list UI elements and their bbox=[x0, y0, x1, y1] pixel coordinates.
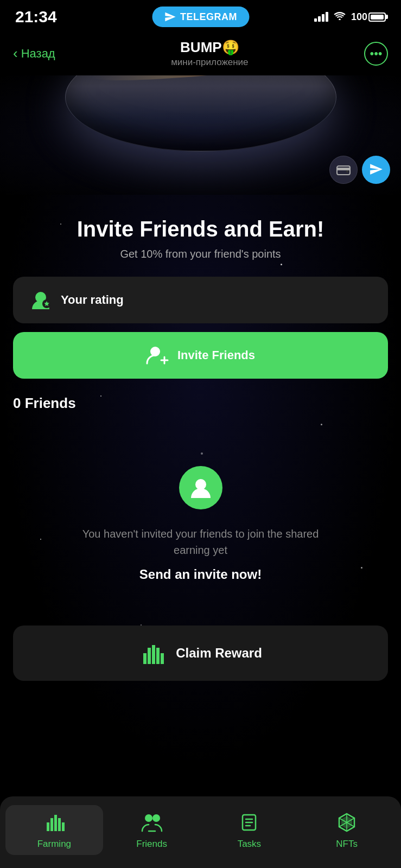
farming-nav-label: Farming bbox=[37, 839, 71, 850]
main-content: Invite Friends and Earn! Get 10% from yo… bbox=[0, 195, 401, 768]
action-buttons: Your rating Invite Friends bbox=[11, 277, 390, 379]
app-subtitle: мини-приложение bbox=[171, 57, 248, 68]
svg-point-3 bbox=[346, 170, 348, 173]
friends-nav-label: Friends bbox=[136, 839, 167, 850]
more-dots-icon: ••• bbox=[370, 47, 382, 61]
telegram-float-button[interactable] bbox=[362, 156, 390, 184]
claim-reward-label: Claim Reward bbox=[176, 646, 262, 661]
back-label: Назад bbox=[21, 47, 55, 61]
farming-nav-icon bbox=[42, 810, 66, 834]
svg-point-21 bbox=[152, 814, 160, 822]
empty-state: You haven't invited your friends to join… bbox=[11, 423, 390, 615]
telegram-plane-icon bbox=[164, 11, 176, 23]
svg-rect-17 bbox=[54, 815, 57, 831]
more-options-button[interactable]: ••• bbox=[364, 42, 388, 66]
main-heading: Invite Friends and Earn! bbox=[22, 216, 379, 241]
svg-rect-14 bbox=[161, 653, 164, 664]
app-name: BUMP🤑 bbox=[171, 39, 248, 56]
claim-reward-button[interactable]: Claim Reward bbox=[13, 626, 388, 681]
empty-message: You haven't invited your friends to join… bbox=[65, 526, 336, 558]
bump-logo-icon bbox=[139, 640, 166, 667]
invite-friends-button[interactable]: Invite Friends bbox=[13, 332, 388, 379]
tasks-nav-label: Tasks bbox=[238, 839, 261, 850]
empty-avatar bbox=[179, 466, 222, 509]
friends-count: 0 Friends bbox=[11, 379, 390, 423]
sub-heading: Get 10% from your friend's points bbox=[22, 248, 379, 260]
telegram-pill: TELEGRAM bbox=[152, 7, 249, 27]
invite-label: Invite Friends bbox=[177, 348, 255, 362]
nfts-nav-label: NFTs bbox=[336, 839, 358, 850]
back-chevron-icon: ‹ bbox=[13, 45, 18, 62]
nav-item-farming[interactable]: Farming bbox=[5, 805, 103, 855]
nav-item-tasks[interactable]: Tasks bbox=[201, 805, 298, 855]
svg-rect-18 bbox=[58, 818, 61, 831]
battery-icon bbox=[368, 12, 386, 22]
hero-area bbox=[0, 75, 401, 195]
svg-rect-11 bbox=[148, 648, 151, 664]
wifi-icon bbox=[334, 11, 346, 23]
svg-point-0 bbox=[339, 18, 341, 20]
svg-rect-12 bbox=[152, 645, 155, 664]
wallet-float-button[interactable] bbox=[329, 156, 358, 184]
svg-point-20 bbox=[145, 814, 152, 822]
status-bar: 21:34 TELEGRAM 100 bbox=[0, 0, 401, 31]
nfts-nav-icon bbox=[335, 810, 359, 834]
svg-rect-10 bbox=[143, 653, 147, 664]
friends-nav-icon bbox=[140, 810, 164, 834]
svg-rect-13 bbox=[156, 648, 160, 664]
svg-rect-15 bbox=[47, 822, 49, 831]
invite-icon bbox=[146, 344, 169, 367]
signal-bars-icon bbox=[314, 12, 328, 22]
battery-level: 100 bbox=[351, 11, 367, 23]
rating-label: Your rating bbox=[61, 293, 124, 307]
user-avatar-icon bbox=[188, 475, 213, 500]
status-time: 21:34 bbox=[15, 8, 57, 26]
rating-icon bbox=[29, 289, 52, 311]
tasks-nav-icon bbox=[237, 810, 261, 834]
telegram-label: TELEGRAM bbox=[180, 11, 237, 23]
svg-rect-19 bbox=[62, 822, 65, 831]
nav-title: BUMP🤑 мини-приложение bbox=[171, 39, 248, 68]
bottom-nav: Farming Friends Tasks bbox=[0, 796, 401, 868]
telegram-pill-container: TELEGRAM bbox=[152, 7, 249, 27]
back-button[interactable]: ‹ Назад bbox=[13, 45, 55, 62]
your-rating-button[interactable]: Your rating bbox=[13, 277, 388, 323]
status-icons: 100 bbox=[314, 11, 386, 23]
nav-item-nfts[interactable]: NFTs bbox=[298, 805, 396, 855]
battery-indicator: 100 bbox=[351, 11, 386, 23]
nav-bar: ‹ Назад BUMP🤑 мини-приложение ••• bbox=[0, 31, 401, 75]
floating-buttons bbox=[329, 156, 390, 184]
empty-cta: Send an invite now! bbox=[139, 567, 262, 582]
nav-item-friends[interactable]: Friends bbox=[103, 805, 201, 855]
heading-section: Invite Friends and Earn! Get 10% from yo… bbox=[11, 195, 390, 277]
svg-rect-16 bbox=[50, 818, 53, 831]
svg-rect-2 bbox=[337, 168, 350, 170]
